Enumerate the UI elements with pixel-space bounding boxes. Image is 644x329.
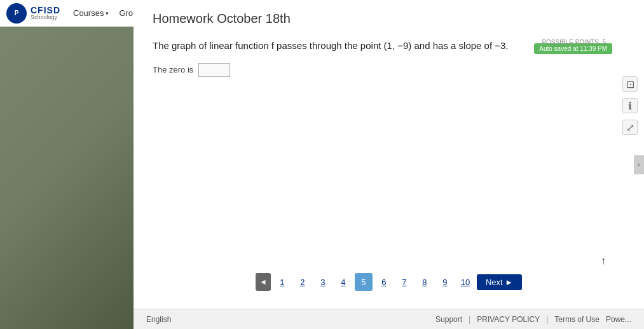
page-button-3[interactable]: 3 — [314, 273, 332, 291]
right-sidebar: ⊡ ℹ ⤢ — [622, 76, 638, 135]
question-area: POSSIBLE POINTS: 5 The graph of linear f… — [134, 32, 644, 83]
page-button-8[interactable]: 8 — [416, 273, 434, 291]
page-button-9[interactable]: 9 — [436, 273, 454, 291]
page-button-7[interactable]: 7 — [395, 273, 413, 291]
answer-row: The zero is — [153, 63, 625, 77]
logo-icon: P — [6, 3, 27, 24]
footer: English Support | PRIVACY POLICY | Terms… — [134, 309, 644, 329]
answer-input[interactable] — [198, 63, 230, 77]
next-page-button[interactable]: Next ► — [477, 274, 522, 290]
logo-schoology: Schoology — [31, 15, 60, 20]
logo-cfisd: CFISD — [31, 6, 60, 15]
answer-label: The zero is — [153, 65, 193, 74]
page-button-6[interactable]: 6 — [375, 273, 393, 291]
footer-privacy[interactable]: PRIVACY POLICY — [477, 315, 540, 324]
sidebar-maximize-icon[interactable]: ⊡ — [622, 76, 638, 92]
cursor-indicator: ↑ — [601, 255, 606, 267]
footer-links: Support | PRIVACY POLICY | Terms of Use … — [435, 315, 631, 324]
possible-points: POSSIBLE POINTS: 5 — [542, 39, 606, 46]
page-button-2[interactable]: 2 — [294, 273, 312, 291]
page-button-1[interactable]: 1 — [273, 273, 291, 291]
logo-text: CFISD Schoology — [31, 6, 60, 20]
content-area: Homework October 18th Auto saved at 11:3… — [134, 0, 644, 329]
page-title: Homework October 18th — [153, 11, 625, 26]
nav-courses-arrow: ▾ — [106, 10, 109, 17]
prev-page-button[interactable]: ◄ — [256, 273, 271, 291]
footer-terms[interactable]: Terms of Use — [554, 315, 599, 324]
page-title-bar: Homework October 18th — [134, 0, 644, 32]
sidebar-expand-icon[interactable]: ⤢ — [622, 120, 638, 135]
sidebar-info-icon[interactable]: ℹ — [622, 98, 638, 113]
footer-language: English — [146, 315, 171, 324]
footer-support[interactable]: Support — [435, 315, 462, 324]
page-button-10[interactable]: 10 — [456, 273, 474, 291]
logo-area[interactable]: P CFISD Schoology — [6, 3, 60, 24]
footer-powe: Powe... — [606, 315, 631, 324]
nav-courses[interactable]: Courses ▾ — [73, 8, 109, 18]
pagination-bar: ◄ 1 2 3 4 5 6 7 8 9 10 Next ► — [134, 267, 644, 297]
page-button-4[interactable]: 4 — [334, 273, 352, 291]
page-button-5[interactable]: 5 — [355, 273, 373, 291]
nav-courses-label: Courses — [73, 8, 104, 18]
main-content: Homework October 18th Auto saved at 11:3… — [134, 0, 644, 329]
collapse-arrow[interactable]: ‹ — [634, 155, 644, 174]
left-background — [0, 0, 134, 329]
